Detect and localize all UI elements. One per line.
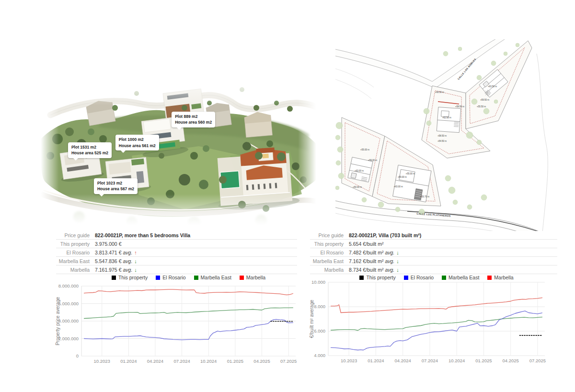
- aerial-render-image: Plot 1531 m2House area 525 m2Plot 1023 m…: [41, 36, 316, 225]
- aerial-render-illustration: [41, 36, 316, 225]
- trend-arrow-down-icon: ↓: [134, 267, 137, 273]
- legend-swatch-icon: [156, 276, 160, 280]
- elevation-marker: +60.00 m: [353, 186, 362, 188]
- elevation-marker: +63.00 m: [355, 170, 364, 172]
- elevation-marker: +59.50 m: [480, 99, 489, 101]
- elevation-marker: +63.00 m: [394, 185, 403, 188]
- legend-swatch-icon: [112, 276, 116, 280]
- row-label: This property: [310, 240, 349, 248]
- legend-swatch-icon: [442, 276, 446, 280]
- svg-text:07.2024: 07.2024: [422, 358, 438, 363]
- elevation-marker: +59.00 m: [398, 176, 407, 178]
- svg-text:10.2023: 10.2023: [341, 358, 357, 363]
- svg-text:Property price average: Property price average: [55, 297, 60, 346]
- price-guide-row: Marbella East7.162 €/built m²avg.↓: [310, 257, 557, 265]
- svg-text:10.000: 10.000: [311, 281, 325, 285]
- svg-text:8.000.000: 8.000.000: [58, 283, 79, 288]
- price-guide-row: This property3.975.000 €: [56, 240, 297, 248]
- svg-text:4.000: 4.000: [314, 353, 325, 358]
- plot-callout: Plot 889 m2House area 560 m2: [172, 112, 215, 127]
- svg-text:01.2024: 01.2024: [368, 358, 384, 363]
- price-guide-row: El Rosario7.482 €/built m²avg.↓: [310, 248, 557, 257]
- row-label: Marbella: [56, 266, 95, 274]
- legend-swatch-icon: [487, 276, 492, 280]
- price-guide-row: Price guide822-00021P, more than 5 bedro…: [56, 231, 297, 240]
- row-value: 822-00021P, Villa (703 built m²): [349, 231, 421, 239]
- legend-item: This property: [112, 275, 148, 280]
- property-report-page: Plot 1531 m2House area 525 m2Plot 1023 m…: [0, 0, 575, 392]
- row-label: El Rosario: [310, 249, 349, 256]
- legend-item: Marbella East: [442, 275, 479, 280]
- svg-text:01.2025: 01.2025: [475, 358, 492, 363]
- row-value: 3.813.471 €avg.↑: [95, 249, 137, 256]
- elevation-marker: +59.00 m: [368, 159, 377, 161]
- trend-arrow-down-icon: ↓: [396, 258, 399, 264]
- row-label: Marbella East: [56, 257, 95, 265]
- trend-arrow-down-icon: ↓: [396, 250, 399, 255]
- compass-icon: [484, 90, 491, 96]
- elevation-marker: +55.50 m: [477, 105, 486, 108]
- elevation-marker: +54.50 m: [437, 140, 447, 142]
- legend-item: El Rosario: [404, 275, 434, 280]
- svg-text:01.2025: 01.2025: [227, 358, 243, 364]
- price-guide-row: Price guide822-00021P, Villa (703 built …: [310, 231, 557, 240]
- chart-legend-left: This propertyEl RosarioMarbella EastMarb…: [81, 275, 296, 280]
- svg-text:04.2024: 04.2024: [394, 358, 411, 363]
- row-value: 8.734 €/built m²avg.↓: [349, 266, 399, 274]
- chart-legend-right: This propertyEl RosarioMarbella EastMarb…: [328, 275, 545, 280]
- row-value: 822-00021P, more than 5 bedrooms Villa: [95, 231, 190, 239]
- row-value: 7.162 €/built m²avg.↓: [349, 257, 399, 265]
- price-guide-row: Marbella7.161.975 €avg.↓: [56, 265, 297, 274]
- svg-text:6.000: 6.000: [314, 328, 325, 334]
- svg-text:10.2024: 10.2024: [200, 358, 217, 364]
- legend-item: Marbella: [240, 275, 265, 280]
- plan-building: [437, 107, 460, 132]
- property-price-average-chart[interactable]: 02.000.0004.000.0006.000.0008.000.00010.…: [55, 281, 311, 370]
- legend-item: This property: [359, 275, 395, 280]
- svg-text:€/built m² average: €/built m² average: [309, 300, 314, 338]
- price-guide-row: Marbella East5.547.836 €avg.↓: [56, 257, 297, 265]
- row-value: 5.654 €/built m²: [349, 240, 383, 248]
- legend-swatch-icon: [240, 276, 244, 280]
- elevation-marker: +55.00 m: [360, 149, 369, 151]
- legend-swatch-icon: [404, 276, 408, 280]
- svg-text:6.000.000: 6.000.000: [58, 301, 79, 306]
- svg-text:04.2024: 04.2024: [147, 358, 163, 364]
- trend-arrow-down-icon: ↓: [134, 258, 137, 264]
- elevation-marker: +55.70 m: [420, 196, 429, 198]
- svg-text:0: 0: [76, 353, 79, 358]
- legend-swatch-icon: [194, 276, 198, 280]
- price-guide-table-left: Price guide822-00021P, more than 5 bedro…: [56, 231, 297, 274]
- price-per-m2-chart[interactable]: 4.0006.0008.00010.00010.202301.202404.20…: [309, 281, 565, 370]
- price-guide-table-right: Price guide822-00021P, Villa (703 built …: [310, 231, 557, 274]
- legend-swatch-icon: [359, 276, 364, 280]
- legend-item: Marbella East: [194, 275, 231, 280]
- row-label: Marbella East: [310, 257, 349, 265]
- elevation-marker: +62.50 m: [442, 116, 451, 119]
- site-plan-image: CALLE LOS ROBLES CALLE LOS PLATANEROS +5…: [335, 39, 549, 231]
- legend-item: El Rosario: [156, 275, 185, 280]
- svg-text:04.2025: 04.2025: [503, 358, 519, 363]
- trend-arrow-up-icon: ↑: [134, 250, 137, 255]
- row-label: Price guide: [56, 231, 95, 239]
- svg-text:10.2023: 10.2023: [93, 358, 110, 364]
- plot-callout: Plot 1023 m2House area 567 m2: [94, 178, 138, 194]
- svg-text:07.2025: 07.2025: [529, 358, 546, 363]
- svg-text:8.000: 8.000: [314, 304, 325, 309]
- svg-text:4.000.000: 4.000.000: [58, 318, 79, 323]
- neighbor-house-icon: [244, 111, 272, 138]
- svg-text:01.2024: 01.2024: [120, 358, 137, 364]
- plot-callout: Plot 1531 m2House area 525 m2: [68, 142, 112, 158]
- elevation-marker: +55.00 m: [406, 173, 415, 175]
- row-label: El Rosario: [56, 249, 95, 256]
- svg-text:07.2025: 07.2025: [280, 358, 297, 364]
- trend-arrow-down-icon: ↓: [396, 267, 399, 273]
- plot-callout: Plot 1000 m2House area 561 m2: [115, 135, 159, 150]
- svg-text:04.2025: 04.2025: [253, 358, 270, 364]
- row-value: 7.161.975 €avg.↓: [95, 266, 137, 274]
- elevation-marker: +60.50 m: [435, 91, 444, 93]
- row-value: 7.482 €/built m²avg.↓: [349, 249, 399, 256]
- elevation-marker: +58.50 m: [437, 135, 447, 137]
- elevation-marker: +63.50 m: [488, 85, 497, 88]
- svg-text:07.2024: 07.2024: [173, 358, 190, 364]
